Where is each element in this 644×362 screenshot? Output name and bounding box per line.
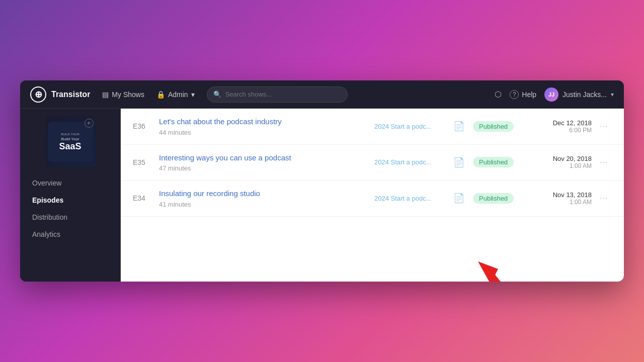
share-icon-btn[interactable]: ⬡ xyxy=(495,89,502,99)
episode-title[interactable]: Insulating our recording studio xyxy=(159,189,366,199)
episode-date: Nov 20, 2018 1:00 AM xyxy=(531,155,592,169)
episode-date-time: 6:00 PM xyxy=(531,127,592,134)
episode-date: Dec 12, 2018 6:00 PM xyxy=(531,119,592,134)
thumb-saas-label: SaaS xyxy=(59,142,81,151)
episodes-panel: E36 Let's chat about the podcast industr… xyxy=(121,109,624,282)
nav-admin[interactable]: 🔒 Admin ▾ xyxy=(156,90,195,99)
help-icon: ? xyxy=(510,90,519,99)
sidebar-item-analytics[interactable]: Analytics xyxy=(26,226,114,242)
sidebar-item-overview[interactable]: Overview xyxy=(26,175,114,191)
episode-show[interactable]: 2024 Start a podc... xyxy=(374,195,445,202)
episode-number: E34 xyxy=(133,194,151,202)
admin-label: Admin xyxy=(168,90,188,99)
admin-icon: 🔒 xyxy=(156,90,165,99)
show-thumbnail[interactable]: BUILD YOUR Build Your SaaS + xyxy=(45,117,96,167)
episode-number: E36 xyxy=(133,122,151,130)
sidebar-nav: Overview Episodes Distribution Analytics xyxy=(20,175,120,243)
episode-info: Interesting ways you can use a podcast 4… xyxy=(159,153,366,172)
top-nav: ⊕ Transistor ▤ My Shows 🔒 Admin ▾ 🔍 ⬡ ? … xyxy=(20,80,624,109)
help-label: Help xyxy=(522,90,536,99)
episode-status: Published xyxy=(473,193,523,204)
episode-date-time: 1:00 AM xyxy=(531,199,592,206)
my-shows-label: My Shows xyxy=(112,90,144,99)
nav-right: ⬡ ? Help JJ Justin Jacks... ▾ xyxy=(495,87,614,102)
help-button[interactable]: ? Help xyxy=(510,90,536,99)
status-badge: Published xyxy=(473,121,514,132)
sidebar: BUILD YOUR Build Your SaaS + Overview Ep… xyxy=(20,109,121,282)
doc-gray-icon: 📄 xyxy=(453,193,464,204)
thumb-build-label: Build Your xyxy=(61,137,79,141)
status-badge: Published xyxy=(473,193,514,204)
app-title: Transistor xyxy=(51,90,90,99)
svg-line-1 xyxy=(488,272,528,282)
user-menu[interactable]: JJ Justin Jacks... ▾ xyxy=(544,87,614,102)
user-caret: ▾ xyxy=(611,91,614,98)
main-content: BUILD YOUR Build Your SaaS + Overview Ep… xyxy=(20,109,624,282)
table-row: E36 Let's chat about the podcast industr… xyxy=(121,109,624,145)
episode-more-button[interactable]: ··· xyxy=(600,158,612,167)
episode-number: E35 xyxy=(133,158,151,166)
episode-doc-icon[interactable]: 📄 xyxy=(453,157,465,168)
doc-green-icon: 📄 xyxy=(453,121,464,132)
my-shows-icon: ▤ xyxy=(102,90,109,99)
user-name: Justin Jacks... xyxy=(562,90,607,99)
annotation-arrow xyxy=(463,246,564,282)
nav-my-shows[interactable]: ▤ My Shows xyxy=(102,90,144,99)
thumb-small-label: BUILD YOUR xyxy=(61,133,79,136)
avatar: JJ xyxy=(544,87,558,102)
sidebar-item-distribution[interactable]: Distribution xyxy=(26,209,114,225)
admin-caret: ▾ xyxy=(191,90,195,99)
status-badge: Published xyxy=(473,157,514,167)
search-icon: 🔍 xyxy=(213,90,221,98)
share-icon: ⬡ xyxy=(495,89,502,99)
app-window: ⊕ Transistor ▤ My Shows 🔒 Admin ▾ 🔍 ⬡ ? … xyxy=(20,80,624,282)
episode-doc-icon[interactable]: 📄 xyxy=(453,193,465,204)
logo-icon: ⊕ xyxy=(30,86,46,103)
episode-info: Insulating our recording studio 41 minut… xyxy=(159,189,366,208)
episode-more-button[interactable]: ··· xyxy=(600,122,612,131)
episode-date-main: Nov 13, 2018 xyxy=(531,191,592,199)
episode-status: Published xyxy=(473,157,523,167)
episode-duration: 41 minutes xyxy=(159,201,366,208)
svg-marker-2 xyxy=(478,261,498,282)
episode-date-time: 1:00 AM xyxy=(531,162,592,169)
episode-doc-icon[interactable]: 📄 xyxy=(453,121,465,132)
episode-show[interactable]: 2024 Start a podc... xyxy=(374,158,445,166)
episode-title[interactable]: Let's chat about the podcast industry xyxy=(159,117,366,127)
episode-show[interactable]: 2024 Start a podc... xyxy=(374,123,445,130)
doc-green-icon: 📄 xyxy=(453,157,464,168)
episode-info: Let's chat about the podcast industry 44… xyxy=(159,117,366,136)
logo-area[interactable]: ⊕ Transistor xyxy=(30,86,90,103)
episode-date-main: Dec 12, 2018 xyxy=(531,119,592,127)
episode-date-main: Nov 20, 2018 xyxy=(531,155,592,162)
table-row: E35 Interesting ways you can use a podca… xyxy=(121,145,624,181)
search-bar[interactable]: 🔍 xyxy=(207,86,348,103)
episode-more-button[interactable]: ··· xyxy=(600,194,612,203)
episode-duration: 47 minutes xyxy=(159,164,366,172)
table-row: E34 Insulating our recording studio 41 m… xyxy=(121,180,624,217)
episode-date: Nov 13, 2018 1:00 AM xyxy=(531,191,592,206)
episode-title[interactable]: Interesting ways you can use a podcast xyxy=(159,153,366,163)
add-show-button[interactable]: + xyxy=(85,119,94,128)
search-input[interactable] xyxy=(225,90,341,98)
sidebar-item-episodes[interactable]: Episodes xyxy=(26,192,114,208)
episode-duration: 44 minutes xyxy=(159,129,366,136)
episode-status: Published xyxy=(473,121,523,132)
